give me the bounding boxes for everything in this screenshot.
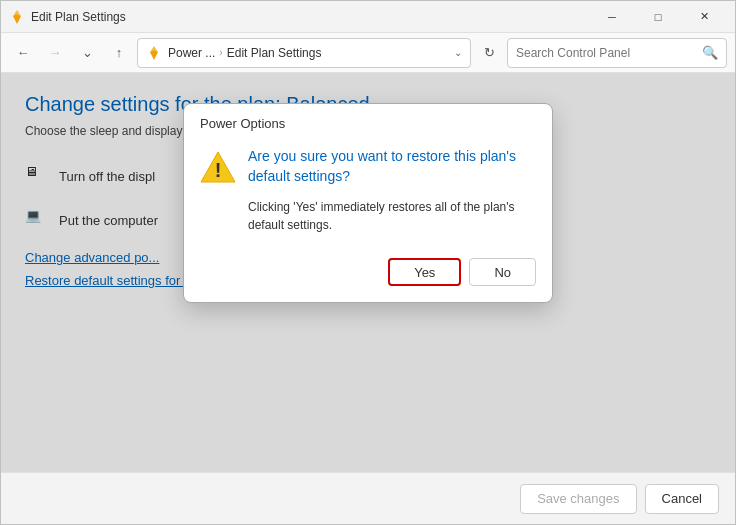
dialog-question: Are you sure you want to restore this pl… bbox=[248, 147, 536, 186]
svg-marker-3 bbox=[150, 50, 158, 60]
yes-button[interactable]: Yes bbox=[388, 258, 461, 286]
modal-overlay: Power Options ! Are you sure you want to… bbox=[1, 73, 735, 472]
breadcrumb-part2: Edit Plan Settings bbox=[227, 46, 322, 60]
window-controls: ─ □ ✕ bbox=[589, 1, 727, 33]
content-area: Change settings for the plan: Balanced C… bbox=[1, 73, 735, 472]
window-icon bbox=[9, 9, 25, 25]
save-changes-button[interactable]: Save changes bbox=[520, 484, 636, 514]
forward-button[interactable]: → bbox=[41, 39, 69, 67]
breadcrumb: Power ... › Edit Plan Settings bbox=[168, 46, 448, 60]
title-bar: Edit Plan Settings ─ □ ✕ bbox=[1, 1, 735, 33]
maximize-button[interactable]: □ bbox=[635, 1, 681, 33]
search-field[interactable]: 🔍 bbox=[507, 38, 727, 68]
dialog-title: Power Options bbox=[184, 104, 552, 139]
refresh-button[interactable]: ↻ bbox=[475, 39, 503, 67]
dialog-footer: Yes No bbox=[184, 250, 552, 302]
up-button[interactable]: ↑ bbox=[105, 39, 133, 67]
minimize-button[interactable]: ─ bbox=[589, 1, 635, 33]
search-input[interactable] bbox=[516, 46, 696, 60]
breadcrumb-separator: › bbox=[219, 47, 222, 58]
dialog-body: ! Are you sure you want to restore this … bbox=[184, 139, 552, 250]
breadcrumb-part1: Power ... bbox=[168, 46, 215, 60]
address-icon bbox=[146, 45, 162, 61]
svg-text:!: ! bbox=[215, 159, 222, 181]
recent-button[interactable]: ⌄ bbox=[73, 39, 101, 67]
no-button[interactable]: No bbox=[469, 258, 536, 286]
footer: Save changes Cancel bbox=[1, 472, 735, 524]
address-field[interactable]: Power ... › Edit Plan Settings ⌄ bbox=[137, 38, 471, 68]
close-button[interactable]: ✕ bbox=[681, 1, 727, 33]
cancel-button[interactable]: Cancel bbox=[645, 484, 719, 514]
dialog-description: Clicking 'Yes' immediately restores all … bbox=[248, 198, 536, 234]
search-icon: 🔍 bbox=[702, 45, 718, 60]
warning-icon: ! bbox=[200, 149, 236, 185]
window-title: Edit Plan Settings bbox=[31, 10, 589, 24]
address-dropdown-icon[interactable]: ⌄ bbox=[454, 47, 462, 58]
power-options-dialog: Power Options ! Are you sure you want to… bbox=[183, 103, 553, 303]
back-button[interactable]: ← bbox=[9, 39, 37, 67]
address-bar: ← → ⌄ ↑ Power ... › Edit Plan Settings ⌄… bbox=[1, 33, 735, 73]
dialog-content: Are you sure you want to restore this pl… bbox=[248, 147, 536, 234]
svg-marker-1 bbox=[13, 14, 21, 24]
main-window: Edit Plan Settings ─ □ ✕ ← → ⌄ ↑ Power .… bbox=[0, 0, 736, 525]
